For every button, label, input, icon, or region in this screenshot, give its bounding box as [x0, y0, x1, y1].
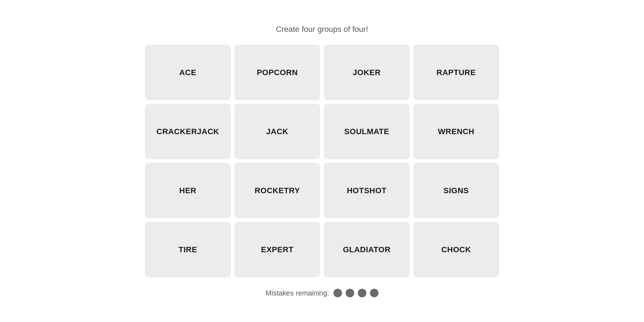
mistake-dot-4: [370, 289, 379, 297]
tile-soulmate[interactable]: SOULMATE: [324, 104, 410, 159]
mistake-dot-2: [346, 289, 354, 297]
mistakes-label: Mistakes remaining:: [265, 289, 329, 297]
tile-label-rapture: RAPTURE: [433, 68, 479, 77]
tile-label-ace: ACE: [176, 68, 200, 77]
tile-label-expert: EXPERT: [257, 245, 297, 254]
tile-rapture[interactable]: RAPTURE: [413, 45, 499, 100]
mistake-dot-3: [358, 289, 366, 297]
tile-label-joker: JOKER: [349, 68, 384, 77]
tile-signs[interactable]: SIGNS: [413, 163, 499, 218]
tile-label-jack: JACK: [263, 127, 292, 136]
subtitle: Create four groups of four!: [276, 25, 368, 34]
tile-label-wrench: WRENCH: [434, 127, 478, 136]
tile-joker[interactable]: JOKER: [324, 45, 410, 100]
tile-label-popcorn: POPCORN: [253, 68, 302, 77]
tile-crackerjack[interactable]: CRACKERJACK: [145, 104, 231, 159]
tile-rocketry[interactable]: ROCKETRY: [234, 163, 320, 218]
mistake-dot-1: [333, 289, 342, 297]
tile-ace[interactable]: ACE: [145, 45, 231, 100]
tile-label-signs: SIGNS: [440, 186, 473, 195]
tile-label-rocketry: ROCKETRY: [251, 186, 304, 195]
tile-gladiator[interactable]: GLADIATOR: [324, 222, 410, 277]
mistakes-dots: [333, 289, 379, 297]
tile-label-hotshot: HOTSHOT: [343, 186, 390, 195]
tile-label-crackerjack: CRACKERJACK: [153, 127, 223, 136]
tile-grid: ACEPOPCORNJOKERRAPTURECRACKERJACKJACKSOU…: [145, 45, 499, 277]
tile-wrench[interactable]: WRENCH: [413, 104, 499, 159]
tile-label-gladiator: GLADIATOR: [339, 245, 394, 254]
tile-label-tire: TIRE: [175, 245, 201, 254]
tile-popcorn[interactable]: POPCORN: [234, 45, 320, 100]
tile-jack[interactable]: JACK: [234, 104, 320, 159]
tile-label-chock: CHOCK: [438, 245, 474, 254]
tile-label-soulmate: SOULMATE: [341, 127, 393, 136]
tile-expert[interactable]: EXPERT: [234, 222, 320, 277]
tile-tire[interactable]: TIRE: [145, 222, 231, 277]
tile-chock[interactable]: CHOCK: [413, 222, 499, 277]
tile-label-her: HER: [176, 186, 200, 195]
mistakes-section: Mistakes remaining:: [265, 289, 379, 297]
tile-her[interactable]: HER: [145, 163, 231, 218]
tile-hotshot[interactable]: HOTSHOT: [324, 163, 410, 218]
